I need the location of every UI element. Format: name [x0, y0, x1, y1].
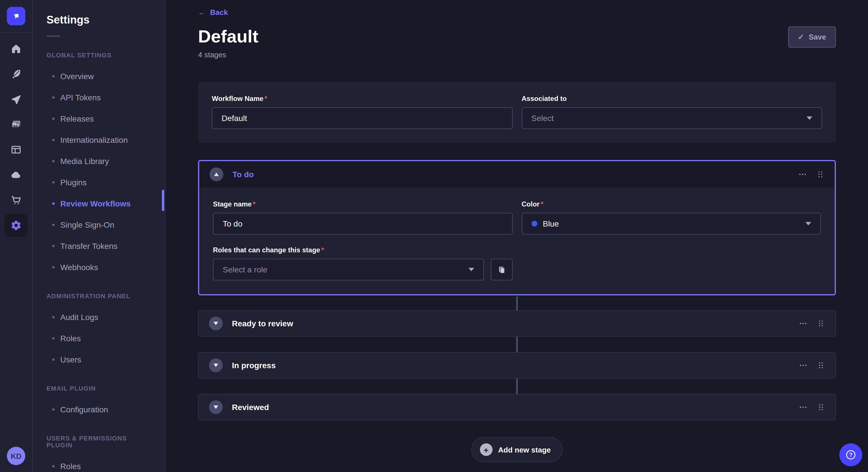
workflow-name-input[interactable] — [212, 107, 513, 129]
stage-roles-field: Roles that can change this stage* Select… — [213, 246, 513, 280]
sidebar-item-single-sign-on[interactable]: Single Sign-On — [33, 214, 165, 235]
sidebar-item-review-workflows[interactable]: Review Workflows — [33, 193, 165, 214]
stage-name-input[interactable] — [213, 213, 513, 235]
collapse-stage-button[interactable] — [210, 167, 223, 181]
home-icon[interactable] — [5, 37, 28, 60]
stage-actions — [799, 403, 825, 412]
save-button[interactable]: ✓ Save — [788, 26, 836, 47]
stage-color-label: Color* — [522, 200, 821, 208]
page-heading-block: Default 4 stages — [198, 26, 258, 59]
expand-stage-button[interactable] — [209, 316, 223, 330]
nav-list-users-permissions-plugin: Roles Providers — [33, 456, 165, 472]
sidebar-item-overview[interactable]: Overview — [33, 65, 165, 87]
sidebar-item-label: Media Library — [60, 156, 109, 165]
subnav-scrollbar-thumb[interactable] — [162, 190, 164, 211]
sidebar-item-label: Audit Logs — [60, 312, 98, 322]
stage-title: In progress — [232, 361, 276, 370]
expand-stage-button[interactable] — [209, 400, 223, 414]
stage-header-in-progress[interactable]: In progress — [198, 353, 835, 378]
sidebar-item-internationalization[interactable]: Internationalization — [33, 129, 165, 150]
associated-to-select[interactable]: Select — [522, 107, 822, 129]
sidebar-item-admin-roles[interactable]: Roles — [33, 328, 165, 349]
stage-drag-handle-icon[interactable] — [817, 403, 825, 412]
nav-list-email-plugin: Configuration — [33, 399, 165, 420]
page-header: Default 4 stages ✓ Save — [198, 26, 836, 59]
sidebar-item-label: Review Workflows — [60, 199, 131, 208]
sidebar-item-transfer-tokens[interactable]: Transfer Tokens — [33, 235, 165, 256]
sidebar-item-releases[interactable]: Releases — [33, 108, 165, 129]
marketplace-cart-icon[interactable] — [5, 189, 28, 212]
sidebar-item-configuration[interactable]: Configuration — [33, 399, 165, 420]
back-link[interactable]: ← Back — [198, 8, 228, 16]
sidebar-item-plugins[interactable]: Plugins — [33, 171, 165, 193]
nav-list-global-settings: Overview API Tokens Releases Internation… — [33, 65, 165, 278]
stage-name-field: Stage name* — [213, 200, 513, 235]
sidebar-item-label: Users — [60, 355, 81, 364]
stage-actions — [798, 170, 825, 179]
settings-subnav: Settings GLOBAL SETTINGS Overview API To… — [33, 0, 165, 472]
stage-fields-row: Stage name* Color* Blue — [213, 200, 821, 235]
back-arrow-icon: ← — [198, 8, 206, 16]
strapi-logo[interactable] — [7, 7, 25, 25]
required-asterisk: * — [541, 200, 544, 208]
sidebar-item-label: Plugins — [60, 177, 87, 187]
strapi-logo-icon — [10, 10, 22, 22]
save-label: Save — [809, 33, 826, 41]
sidebar-item-label: Configuration — [60, 405, 108, 414]
stage-drag-handle-icon[interactable] — [817, 319, 825, 328]
main-content: ← Back Default 4 stages ✓ Save Workflow … — [165, 0, 868, 472]
stage-color-select[interactable]: Blue — [522, 213, 821, 235]
stage-drag-handle-icon[interactable] — [817, 361, 825, 370]
chevron-down-icon — [214, 405, 218, 409]
color-dot-blue — [531, 221, 537, 227]
cloud-icon[interactable] — [5, 164, 28, 187]
stage-header-reviewed[interactable]: Reviewed — [198, 395, 835, 420]
stage-header-to-do[interactable]: To do — [199, 161, 835, 188]
expand-stage-button[interactable] — [209, 359, 223, 372]
bullet-icon — [52, 202, 55, 204]
section-label-email-plugin: EMAIL PLUGIN — [46, 385, 151, 392]
stage-title: Reviewed — [232, 403, 269, 412]
stage-header-ready-to-review[interactable]: Ready to review — [198, 311, 835, 336]
chevron-down-icon — [214, 322, 218, 325]
sidebar-item-api-tokens[interactable]: API Tokens — [33, 87, 165, 108]
stage-roles-select[interactable]: Select a role — [213, 259, 484, 280]
help-button[interactable]: ? — [839, 443, 862, 466]
sidebar-item-label: Releases — [60, 114, 94, 123]
send-paper-plane-icon[interactable] — [5, 88, 28, 111]
content-builder-feather-icon[interactable] — [5, 63, 28, 86]
workflow-name-label: Workflow Name* — [212, 95, 513, 103]
sidebar-item-media-library[interactable]: Media Library — [33, 150, 165, 171]
stage-more-options-icon[interactable] — [799, 361, 808, 370]
stage-card-reviewed: Reviewed — [198, 394, 836, 420]
add-new-stage-button[interactable]: + Add new stage — [471, 437, 563, 462]
bullet-icon — [52, 266, 55, 268]
sidebar-item-up-roles[interactable]: Roles — [33, 456, 165, 472]
stage-more-options-icon[interactable] — [798, 170, 807, 179]
bullet-icon — [52, 358, 55, 361]
section-label-users-permissions-plugin: USERS & PERMISSIONS PLUGIN — [46, 435, 151, 448]
duplicate-roles-button[interactable] — [491, 259, 513, 280]
stage-drag-handle-icon[interactable] — [816, 170, 825, 179]
sidebar-item-label: Single Sign-On — [60, 220, 114, 229]
bullet-icon — [52, 117, 55, 120]
bullet-icon — [52, 160, 55, 162]
stage-actions — [799, 361, 825, 370]
content-manager-layout-icon[interactable] — [5, 138, 28, 161]
stage-more-options-icon[interactable] — [799, 319, 808, 328]
stage-card-ready-to-review: Ready to review — [198, 310, 836, 337]
stages-list: To do Stage name* — [198, 160, 836, 462]
media-library-icon[interactable] — [5, 113, 28, 136]
bullet-icon — [52, 96, 55, 98]
chevron-down-icon — [805, 222, 811, 225]
sidebar-item-audit-logs[interactable]: Audit Logs — [33, 306, 165, 328]
stage-more-options-icon[interactable] — [799, 403, 808, 412]
sidebar-item-webhooks[interactable]: Webhooks — [33, 256, 165, 278]
user-avatar[interactable]: KD — [7, 447, 25, 465]
bullet-icon — [52, 245, 55, 247]
chevron-down-icon — [468, 268, 474, 271]
bullet-icon — [52, 224, 55, 226]
settings-gear-icon[interactable] — [5, 214, 28, 237]
sidebar-item-users[interactable]: Users — [33, 349, 165, 370]
stage-card-to-do: To do Stage name* — [198, 160, 836, 295]
